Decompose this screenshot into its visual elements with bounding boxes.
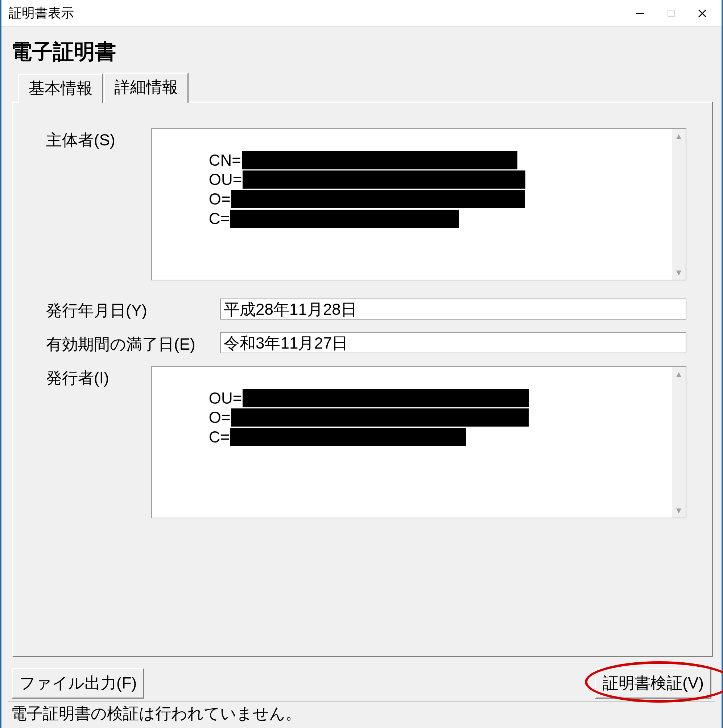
expiry-row: 有効期間の満了日(E) 令和3年11月27日 <box>46 332 686 355</box>
issuer-row: 発行者(I) OU= O= C= ▴ ▾ <box>46 366 686 518</box>
minimize-button[interactable] <box>624 3 656 24</box>
redacted-block <box>230 428 466 446</box>
subject-label: 主体者(S) <box>46 128 151 280</box>
issuer-o-prefix: O= <box>209 408 231 427</box>
verify-wrap: 証明書検証(V) <box>595 668 711 699</box>
redacted-block <box>230 210 459 228</box>
window-title: 証明書表示 <box>5 5 624 22</box>
button-row: ファイル出力(F) 証明書検証(V) <box>8 657 715 702</box>
issue-date-row: 発行年月日(Y) 平成28年11月28日 <box>46 298 686 321</box>
tab-basic-info[interactable]: 基本情報 <box>18 73 103 104</box>
maximize-button[interactable] <box>656 3 687 24</box>
scroll-down-icon: ▾ <box>676 505 681 515</box>
subject-cn-prefix: CN= <box>209 150 241 170</box>
file-output-button[interactable]: ファイル出力(F) <box>12 668 144 699</box>
page-heading: 電子証明書 <box>8 38 715 73</box>
redacted-block <box>243 170 525 189</box>
close-icon <box>698 9 707 18</box>
client-area: 電子証明書 基本情報 詳細情報 主体者(S) CN= OU= O= C= ▴ ▾ <box>2 27 721 728</box>
svg-rect-1 <box>668 10 674 17</box>
issuer-textarea[interactable]: OU= O= C= ▴ ▾ <box>151 366 686 518</box>
subject-scrollbar[interactable]: ▴ ▾ <box>672 129 686 280</box>
subject-content: CN= OU= O= C= <box>152 129 672 280</box>
window-controls <box>624 3 718 24</box>
tabstrip: 基本情報 詳細情報 <box>8 73 715 102</box>
issuer-c-prefix: C= <box>209 427 229 447</box>
redacted-block <box>231 190 525 208</box>
close-button[interactable] <box>687 3 718 24</box>
issue-date-field[interactable]: 平成28年11月28日 <box>220 298 686 320</box>
subject-ou-prefix: OU= <box>209 170 242 189</box>
window-root: 証明書表示 電子証明書 基本情報 詳細情報 主体者(S) CN= <box>0 0 723 728</box>
minimize-icon <box>635 9 645 18</box>
verify-certificate-button[interactable]: 証明書検証(V) <box>595 668 711 699</box>
subject-c-prefix: C= <box>209 209 229 228</box>
status-bar: 電子証明書の検証は行われていません。 <box>8 702 715 724</box>
issuer-scrollbar[interactable]: ▴ ▾ <box>672 367 686 518</box>
scroll-up-icon: ▴ <box>676 131 681 141</box>
issuer-label: 発行者(I) <box>46 366 151 518</box>
maximize-icon <box>667 9 676 18</box>
redacted-block <box>242 151 517 170</box>
issue-date-label: 発行年月日(Y) <box>46 298 220 321</box>
tab-detail-info[interactable]: 詳細情報 <box>104 73 188 102</box>
issuer-content: OU= O= C= <box>152 367 672 518</box>
redacted-block <box>231 408 529 427</box>
subject-o-prefix: O= <box>209 189 231 209</box>
tab-panel-basic: 主体者(S) CN= OU= O= C= ▴ ▾ 発行年月日(Y) 平 <box>12 102 713 657</box>
issuer-ou-prefix: OU= <box>209 388 242 408</box>
expiry-field[interactable]: 令和3年11月27日 <box>220 332 686 353</box>
expiry-label: 有効期間の満了日(E) <box>46 332 220 355</box>
titlebar: 証明書表示 <box>2 0 721 27</box>
scroll-down-icon: ▾ <box>676 267 681 277</box>
subject-row: 主体者(S) CN= OU= O= C= ▴ ▾ <box>46 128 686 280</box>
scroll-up-icon: ▴ <box>676 369 681 379</box>
subject-textarea[interactable]: CN= OU= O= C= ▴ ▾ <box>151 128 686 280</box>
redacted-block <box>243 389 529 407</box>
